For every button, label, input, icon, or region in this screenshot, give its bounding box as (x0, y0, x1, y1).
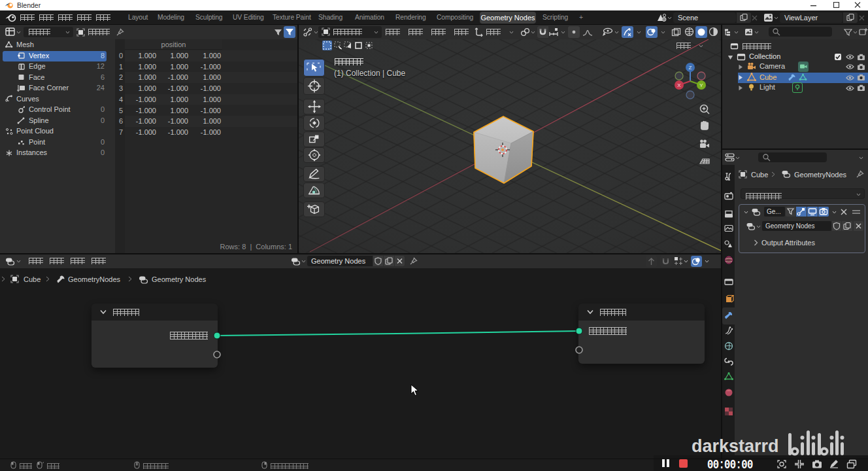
svg-text:X: X (677, 82, 681, 88)
svg-text:Z: Z (689, 65, 692, 71)
svg-text:Y: Y (699, 82, 703, 88)
